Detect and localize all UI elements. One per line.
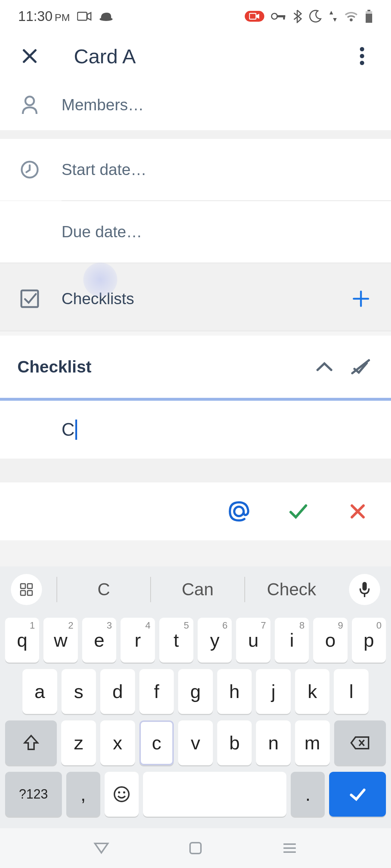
nav-recent-button[interactable] [279, 837, 300, 859]
collapse-button[interactable] [311, 354, 337, 380]
key-z[interactable]: z [61, 720, 96, 765]
clock-icon [19, 160, 41, 179]
nav-back-button[interactable] [91, 837, 112, 859]
data-icon [329, 10, 337, 22]
key-c[interactable]: c [139, 720, 174, 765]
add-checklist-button[interactable] [350, 288, 372, 310]
key-backspace[interactable] [334, 720, 386, 765]
key-comma[interactable]: , [66, 772, 100, 817]
keyboard-row-3: z x c v b n m [5, 720, 386, 765]
key-period[interactable]: . [291, 772, 325, 817]
svg-point-10 [360, 47, 364, 51]
status-time: 11:30PM [18, 9, 70, 24]
mention-button[interactable] [227, 500, 251, 523]
checklist-item-input[interactable]: C [0, 401, 391, 459]
key-emoji[interactable] [105, 772, 139, 817]
key-symbols[interactable]: ?123 [5, 772, 62, 817]
start-date-row[interactable]: Start date… [0, 139, 391, 200]
svg-rect-9 [366, 14, 372, 23]
svg-point-11 [360, 54, 364, 58]
cancel-button[interactable] [346, 500, 369, 523]
svg-point-3 [272, 13, 277, 19]
key-r[interactable]: r4 [121, 618, 155, 663]
key-e[interactable]: e3 [82, 618, 116, 663]
key-i[interactable]: i8 [275, 618, 309, 663]
key-g[interactable]: g [178, 669, 213, 714]
key-f[interactable]: f [139, 669, 174, 714]
members-row[interactable]: Members… [0, 80, 391, 130]
members-label: Members… [62, 96, 144, 114]
svg-point-23 [114, 787, 129, 801]
app-header: Card A [0, 33, 391, 80]
svg-rect-15 [21, 290, 38, 307]
svg-point-6 [350, 18, 353, 21]
key-h[interactable]: h [217, 669, 252, 714]
more-menu-button[interactable] [351, 45, 373, 67]
key-l[interactable]: l [334, 669, 369, 714]
keyboard-row-2: a s d f g h j k l [5, 669, 386, 714]
key-v[interactable]: v [178, 720, 213, 765]
moon-icon [308, 9, 322, 23]
input-value: C [62, 419, 75, 440]
status-right [245, 9, 373, 23]
svg-point-13 [25, 97, 34, 105]
vpn-key-icon [271, 12, 286, 21]
key-b[interactable]: b [217, 720, 252, 765]
confirm-button[interactable] [287, 500, 310, 523]
svg-rect-2 [249, 13, 256, 19]
svg-rect-26 [190, 843, 201, 854]
key-x[interactable]: x [100, 720, 135, 765]
nav-home-button[interactable] [185, 837, 206, 859]
key-p[interactable]: p0 [352, 618, 386, 663]
svg-rect-20 [28, 591, 32, 595]
keyboard-mic-button[interactable] [349, 574, 380, 605]
page-title: Card A [74, 44, 351, 68]
gap [0, 331, 391, 336]
battery-icon [365, 9, 373, 23]
key-u[interactable]: u7 [236, 618, 270, 663]
input-value-wrapper: C [62, 419, 77, 440]
suggestion-3[interactable]: Check [244, 577, 338, 602]
input-action-bar [0, 482, 391, 540]
close-button[interactable] [18, 44, 41, 68]
screen-record-icon [245, 11, 264, 22]
status-left: 11:30PM [18, 9, 113, 24]
key-j[interactable]: j [256, 669, 291, 714]
svg-rect-17 [21, 584, 25, 588]
key-n[interactable]: n [256, 720, 291, 765]
due-date-row[interactable]: Due date… [0, 201, 391, 263]
svg-point-24 [118, 791, 120, 793]
key-shift[interactable] [5, 720, 57, 765]
keyboard-row-4: ?123 , . [5, 772, 386, 817]
key-s[interactable]: s [62, 669, 96, 714]
suggestion-2[interactable]: Can [150, 577, 244, 602]
key-d[interactable]: d [100, 669, 135, 714]
keyboard-app-button[interactable] [11, 574, 42, 605]
hide-checked-button[interactable] [348, 354, 374, 380]
key-a[interactable]: a [22, 669, 57, 714]
svg-point-25 [123, 791, 125, 793]
suggestion-1[interactable]: C [56, 577, 150, 602]
status-time-ampm: PM [55, 12, 70, 23]
status-time-value: 11:30 [18, 9, 52, 24]
svg-point-1 [100, 17, 113, 21]
svg-rect-21 [362, 582, 367, 591]
svg-rect-7 [367, 10, 370, 11]
key-w[interactable]: w2 [43, 618, 77, 663]
key-enter[interactable] [329, 772, 386, 817]
svg-rect-0 [77, 12, 87, 20]
checklists-section-header: Checklists [0, 263, 391, 331]
camera-icon [77, 11, 92, 22]
key-q[interactable]: q1 [5, 618, 39, 663]
start-date-label: Start date… [62, 161, 147, 179]
key-m[interactable]: m [295, 720, 330, 765]
keyboard: C Can Check q1 w2 e3 r4 t5 y6 u7 i8 o9 p… [0, 566, 391, 868]
due-date-label: Due date… [62, 223, 142, 241]
key-o[interactable]: o9 [313, 618, 347, 663]
key-t[interactable]: t5 [159, 618, 193, 663]
checklist-name[interactable]: Checklist [17, 357, 301, 376]
key-space[interactable] [143, 772, 287, 817]
key-k[interactable]: k [295, 669, 330, 714]
checkbox-icon [19, 289, 41, 309]
key-y[interactable]: y6 [198, 618, 232, 663]
